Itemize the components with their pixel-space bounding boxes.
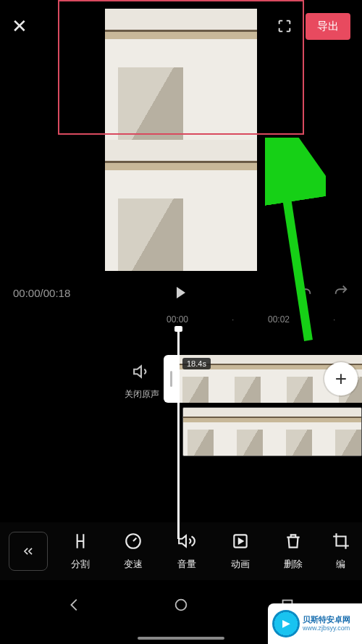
volume-icon — [177, 532, 196, 551]
tool-split[interactable]: 分割 — [54, 532, 107, 571]
home-icon[interactable] — [173, 597, 189, 616]
tool-label: 动画 — [231, 558, 250, 571]
tool-animation[interactable]: 动画 — [214, 532, 267, 571]
crop-icon — [330, 532, 352, 551]
edit-toolbar: 分割 变速 音量 动画 删除 编 — [0, 522, 362, 580]
tool-delete[interactable]: 删除 — [266, 532, 320, 571]
speaker-icon — [132, 362, 151, 381]
split-icon — [71, 532, 90, 551]
tool-speed[interactable]: 变速 — [107, 532, 161, 571]
clip-duration-badge: 18.4s — [182, 358, 211, 369]
selection-box[interactable] — [58, 0, 304, 135]
add-clip-button[interactable]: + — [324, 362, 358, 396]
clip-trim-handle[interactable] — [164, 355, 178, 403]
back-icon[interactable] — [67, 597, 83, 616]
undo-icon[interactable] — [297, 283, 313, 303]
site-watermark: 贝斯特安卓网 www.zjbsyy.com — [268, 603, 362, 644]
mute-original-audio[interactable]: 关闭原声 — [120, 362, 164, 401]
tool-label: 编 — [336, 558, 345, 571]
tool-label: 变速 — [124, 558, 143, 571]
tool-label: 删除 — [284, 558, 303, 571]
ruler-tick: 00:00 — [167, 314, 188, 325]
tool-edit[interactable]: 编 — [320, 532, 362, 571]
playhead[interactable] — [177, 329, 180, 539]
svg-point-3 — [176, 600, 187, 611]
time-display: 00:00/00:18 — [13, 287, 70, 299]
video-track-2[interactable] — [182, 407, 362, 456]
tool-label: 分割 — [71, 558, 90, 571]
chevron-double-left-icon — [21, 544, 35, 559]
mute-label: 关闭原声 — [120, 388, 164, 401]
timeline[interactable]: 关闭原声 18.4s + — [0, 333, 362, 543]
tool-volume[interactable]: 音量 — [160, 532, 214, 571]
ruler-tick: 00:02 — [268, 314, 290, 325]
delete-icon — [284, 532, 303, 551]
collapse-toolbar-button[interactable] — [9, 532, 48, 571]
watermark-logo-icon — [272, 610, 300, 637]
ruler-dot: · — [232, 314, 234, 325]
watermark-text: 贝斯特安卓网 www.zjbsyy.com — [303, 615, 350, 632]
redo-icon[interactable] — [333, 283, 349, 303]
playback-controls: 00:00/00:18 — [0, 281, 362, 304]
speed-icon — [124, 532, 143, 551]
video-preview[interactable] — [0, 0, 362, 272]
preview-bottom-half — [105, 140, 257, 271]
play-icon[interactable] — [177, 287, 185, 298]
animation-icon — [231, 532, 250, 551]
tool-label: 音量 — [177, 558, 196, 571]
home-indicator — [138, 637, 224, 640]
ruler-dot: · — [333, 314, 335, 325]
